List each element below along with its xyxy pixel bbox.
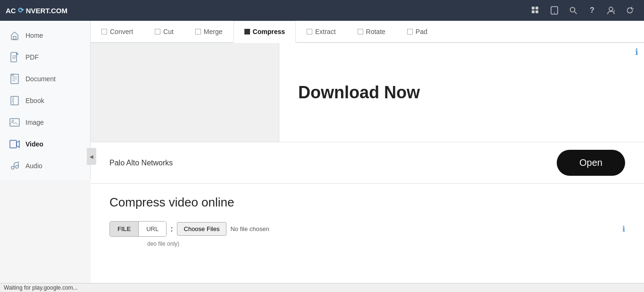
- tab-convert-label: Convert: [110, 28, 133, 35]
- svg-line-7: [575, 12, 577, 14]
- sidebar-item-image[interactable]: Image: [0, 112, 90, 133]
- pdf-icon: [9, 52, 20, 62]
- site-logo[interactable]: AC ⟳ NVERT.COM: [6, 6, 67, 15]
- sidebar-item-video[interactable]: Video: [0, 133, 90, 155]
- navbar-actions: ?: [527, 2, 638, 19]
- svg-rect-19: [11, 96, 18, 105]
- tablet-icon: [551, 6, 558, 15]
- navbar: AC ⟳ NVERT.COM ?: [0, 0, 644, 21]
- tab-convert-checkbox: [101, 29, 107, 34]
- sidebar-label-ebook: Ebook: [25, 97, 44, 104]
- tab-convert[interactable]: Convert: [91, 21, 144, 42]
- content-area: Convert Cut Merge Compress Extract Rotat…: [91, 21, 644, 292]
- tab-compress-label: Compress: [253, 28, 285, 35]
- file-hint: deo file only): [147, 240, 625, 247]
- tab-cut-checkbox: [155, 29, 160, 34]
- sidebar-item-home[interactable]: Home: [0, 25, 90, 46]
- svg-rect-9: [13, 36, 16, 39]
- sidebar-collapse-button[interactable]: ◀: [87, 148, 96, 165]
- user-icon-button[interactable]: [602, 2, 619, 19]
- status-text: Waiting for play.google.com...: [4, 284, 78, 291]
- svg-point-28: [16, 165, 18, 168]
- refresh-icon-button[interactable]: [621, 2, 638, 19]
- tab-cut[interactable]: Cut: [144, 21, 184, 42]
- tab-compress-checkbox: [244, 29, 250, 34]
- content-body: ℹ Download Now Palo Alto Networks Open C…: [91, 43, 644, 255]
- tab-pad-checkbox: [407, 29, 413, 34]
- logo-text: AC: [6, 7, 16, 15]
- tab-merge[interactable]: Merge: [184, 21, 234, 42]
- tab-rotate-checkbox: [358, 29, 363, 34]
- tab-compress[interactable]: Compress: [234, 21, 296, 43]
- tab-extract-checkbox: [307, 29, 312, 34]
- sidebar-label-pdf: PDF: [25, 53, 39, 61]
- sidebar-wrapper: Home PDF: [0, 21, 91, 292]
- tab-pad[interactable]: Pad: [396, 21, 438, 42]
- help-icon: ?: [590, 6, 594, 15]
- svg-text:W: W: [11, 74, 14, 77]
- tab-merge-checkbox: [195, 29, 201, 34]
- choose-files-button[interactable]: Choose Files: [177, 222, 227, 236]
- sidebar-label-image: Image: [25, 119, 44, 126]
- grid-icon: [531, 6, 540, 15]
- sidebar-label-audio: Audio: [25, 162, 42, 170]
- logo-rest: NVERT.COM: [26, 7, 67, 15]
- sidebar: Home PDF: [0, 21, 91, 180]
- ad-download-title: Download Now: [298, 83, 420, 103]
- sidebar-item-document[interactable]: W Document: [0, 68, 90, 90]
- open-button[interactable]: Open: [557, 150, 625, 176]
- tab-merge-label: Merge: [204, 28, 223, 35]
- status-bar: Waiting for play.google.com...: [0, 283, 644, 292]
- file-url-toggle: FILE URL: [109, 221, 167, 237]
- svg-point-5: [554, 12, 555, 13]
- logo-icon: ⟳: [18, 6, 24, 15]
- colon-separator: :: [170, 225, 173, 233]
- svg-rect-0: [532, 7, 535, 9]
- svg-rect-2: [532, 10, 535, 13]
- sidebar-label-video: Video: [25, 140, 43, 148]
- svg-point-27: [11, 166, 14, 169]
- home-icon: [9, 30, 20, 41]
- help-icon-button[interactable]: ?: [584, 2, 601, 19]
- sidebar-item-pdf[interactable]: PDF: [0, 46, 90, 68]
- image-icon: [9, 117, 20, 128]
- no-file-label: No file chosen: [230, 225, 269, 232]
- sponsor-name: Palo Alto Networks: [109, 159, 173, 167]
- tab-rotate[interactable]: Rotate: [347, 21, 396, 42]
- file-info-icon[interactable]: ℹ: [622, 224, 625, 233]
- ad-section: ℹ Download Now: [91, 43, 644, 142]
- search-icon: [569, 7, 577, 14]
- sidebar-label-home: Home: [25, 32, 43, 39]
- tabs-bar: Convert Cut Merge Compress Extract Rotat…: [91, 21, 644, 43]
- grid-icon-button[interactable]: [527, 2, 544, 19]
- search-icon-button[interactable]: [565, 2, 582, 19]
- refresh-icon: [626, 7, 634, 14]
- user-icon: [607, 6, 615, 15]
- sidebar-item-ebook[interactable]: Ebook: [0, 90, 90, 112]
- sidebar-label-document: Document: [25, 75, 56, 83]
- ad-left-banner: [91, 43, 279, 142]
- file-toggle-button[interactable]: FILE: [110, 222, 138, 236]
- page-content: Compress video online FILE URL : Choose …: [91, 184, 644, 255]
- tab-extract[interactable]: Extract: [296, 21, 347, 42]
- tab-cut-label: Cut: [163, 28, 174, 35]
- url-toggle-button[interactable]: URL: [139, 222, 166, 236]
- video-icon: [9, 139, 20, 149]
- tab-rotate-label: Rotate: [366, 28, 385, 35]
- file-input-row: FILE URL : Choose Files No file chosen ℹ: [109, 221, 625, 237]
- tab-pad-label: Pad: [416, 28, 427, 35]
- page-title: Compress video online: [109, 195, 625, 210]
- ebook-icon: [9, 95, 20, 106]
- svg-point-25: [12, 120, 14, 122]
- tab-extract-label: Extract: [315, 28, 336, 35]
- audio-icon: [9, 161, 20, 171]
- chevron-left-icon: ◀: [90, 154, 93, 159]
- svg-rect-1: [535, 7, 538, 9]
- ad-info-icon[interactable]: ℹ: [635, 47, 638, 57]
- svg-rect-3: [535, 10, 538, 13]
- tablet-icon-button[interactable]: [546, 2, 563, 19]
- main-layout: Home PDF: [0, 21, 644, 292]
- svg-point-8: [609, 7, 613, 11]
- document-icon: W: [9, 74, 20, 84]
- sidebar-item-audio[interactable]: Audio: [0, 155, 90, 177]
